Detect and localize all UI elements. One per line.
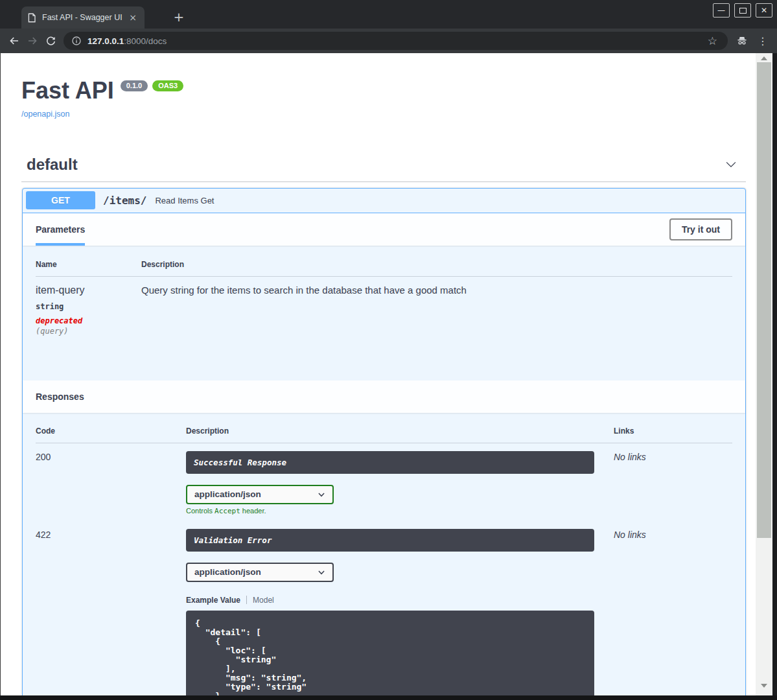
scrollbar-up-arrow[interactable] [756,54,772,62]
column-header-code: Code [36,413,186,443]
responses-header: Responses [23,380,745,413]
scrollbar-thumb[interactable] [757,62,771,538]
parameter-deprecated-flag: deprecated [36,316,141,325]
media-type-select-422[interactable]: application/json [186,563,334,582]
browser-titlebar: Fast API - Swagger UI × + — ✕ [0,0,777,29]
response-description-box: Successful Response [186,451,594,474]
tab-separator [246,596,247,604]
incognito-icon[interactable] [733,32,751,50]
media-type-value: application/json [194,489,261,499]
responses-body: Code Description Links 200 Successful Re… [23,413,745,700]
chevron-down-icon [317,568,326,577]
tab-model[interactable]: Model [253,596,274,605]
operation-path: /items/ [103,194,146,207]
parameter-row: item-query string deprecated (query) Que… [36,276,732,336]
response-description-box: Validation Error [186,529,594,552]
media-type-select-200[interactable]: application/json [186,485,334,504]
url-path: :8000/docs [124,36,167,46]
example-json-block: { "detail": [ { "loc": [ "string" ], "ms… [186,611,594,700]
window-border-left [0,53,1,700]
tag-section-header[interactable]: default [21,156,746,182]
window-close-button[interactable]: ✕ [756,3,772,18]
window-maximize-button[interactable] [734,3,751,18]
responses-title: Responses [36,391,84,402]
try-it-out-button[interactable]: Try it out [669,218,732,240]
version-badge: 0.1.0 [121,80,148,91]
window-border-right [772,53,777,700]
tab-close-icon[interactable]: × [127,12,139,23]
vertical-scrollbar[interactable] [756,53,772,695]
tab-parameters[interactable]: Parameters [36,213,85,246]
window-minimize-button[interactable]: — [713,3,730,18]
response-links: No links [614,515,732,700]
browser-tab[interactable]: Fast API - Swagger UI × [21,6,145,29]
url-text: 127.0.0.1:8000/docs [87,36,705,46]
page-title: Fast API [21,78,114,104]
url-host: 127.0.0.1 [87,36,124,46]
parameters-body: Name Description item-query string depre… [23,246,745,380]
maximize-icon [739,8,747,14]
column-header-name: Name [36,251,141,277]
response-row-422: 422 Validation Error application/json Ex… [36,515,732,700]
chevron-down-icon [317,490,326,499]
example-model-tabs: Example Value Model [186,596,614,605]
tag-name: default [27,156,78,174]
method-badge: GET [26,191,95,209]
parameter-location: (query) [36,327,141,336]
api-info-section: Fast API 0.1.0 OAS3 /openapi.json [1,53,756,119]
browser-menu-icon[interactable]: ⋮ [751,35,772,47]
openapi-spec-link[interactable]: /openapi.json [21,110,69,119]
swagger-page: Fast API 0.1.0 OAS3 /openapi.json defaul… [1,53,756,700]
favicon-document-icon [27,13,36,23]
bookmark-star-icon[interactable]: ☆ [705,34,720,47]
media-type-value: application/json [194,567,261,577]
column-header-links: Links [614,413,732,443]
site-info-icon[interactable] [71,36,82,46]
parameters-header: Parameters Try it out [23,213,745,246]
tab-example-value[interactable]: Example Value [186,596,240,605]
operation-summary[interactable]: GET /items/ Read Items Get [23,189,745,213]
response-code: 422 [36,515,186,700]
response-links: No links [614,443,732,515]
response-code: 200 [36,443,186,515]
column-header-resp-description: Description [186,413,614,443]
column-header-description: Description [141,251,732,277]
operation-block-get-items: GET /items/ Read Items Get Parameters Tr… [22,188,746,700]
collapse-chevron-down-icon[interactable] [723,158,739,172]
window-border-bottom [0,695,777,700]
forward-button[interactable] [23,32,41,50]
scrollbar-down-arrow[interactable] [756,682,772,690]
back-button[interactable] [5,32,23,50]
accept-header-code: Accept [215,507,240,515]
operation-description: Read Items Get [155,196,214,205]
controls-accept-note: Controls Accept header. [186,507,614,515]
parameter-type: string [36,302,141,311]
browser-toolbar: 127.0.0.1:8000/docs ☆ ⋮ [0,29,777,53]
tab-title: Fast API - Swagger UI [42,13,127,22]
parameter-name: item-query [36,285,141,296]
new-tab-button[interactable]: + [170,8,188,27]
response-row-200: 200 Successful Response application/json… [36,443,732,515]
parameter-description: Query string for the items to search in … [141,276,732,336]
reload-button[interactable] [41,32,60,50]
address-bar[interactable]: 127.0.0.1:8000/docs ☆ [64,32,728,50]
oas3-badge: OAS3 [152,80,183,91]
